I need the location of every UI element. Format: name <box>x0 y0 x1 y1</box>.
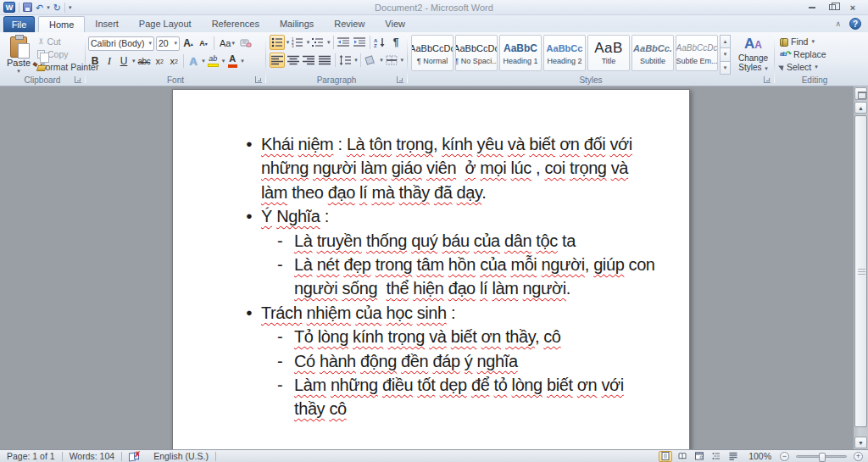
close-button[interactable]: × <box>846 3 860 13</box>
multilevel-dropdown-icon[interactable]: ▾ <box>327 39 331 46</box>
clipboard-dialog-launcher-icon[interactable] <box>75 76 81 83</box>
web-layout-view-button[interactable] <box>693 451 706 462</box>
bullets-button[interactable] <box>270 35 285 50</box>
zoom-out-icon[interactable]: − <box>780 452 789 461</box>
shrink-font-button[interactable]: A▾ <box>197 36 210 51</box>
word-count[interactable]: Words: 104 <box>63 450 122 462</box>
style-item-subtle-em[interactable]: AaBbCcDcSubtle Em... <box>676 35 718 71</box>
underline-dropdown-icon[interactable]: ▾ <box>132 58 136 64</box>
redo-icon[interactable]: ↻ <box>53 3 61 13</box>
font-size-combobox[interactable]: 20▾ <box>156 36 180 51</box>
bullets-dropdown-icon[interactable]: ▾ <box>287 39 290 46</box>
word-logo-icon[interactable]: W <box>3 2 15 13</box>
help-icon[interactable]: ? <box>849 18 861 30</box>
scrollbar-thumb[interactable] <box>854 115 867 427</box>
proofing-status-button[interactable] <box>122 450 147 462</box>
clear-formatting-icon[interactable] <box>238 36 253 51</box>
tab-review[interactable]: Review <box>324 16 375 32</box>
highlight-dropdown-icon[interactable]: ▾ <box>222 58 225 64</box>
styles-dialog-launcher-icon[interactable] <box>764 76 771 83</box>
print-layout-view-button[interactable] <box>659 451 672 462</box>
draft-view-button[interactable] <box>726 451 740 462</box>
shading-dropdown-icon[interactable]: ▾ <box>380 57 383 64</box>
align-right-button[interactable] <box>301 53 316 68</box>
fullscreen-reading-view-button[interactable] <box>676 451 689 462</box>
tab-references[interactable]: References <box>202 16 270 32</box>
ruler-toggle-icon[interactable] <box>854 87 867 100</box>
font-dialog-launcher-icon[interactable] <box>255 76 262 83</box>
restore-button[interactable] <box>826 3 839 13</box>
decrease-indent-button[interactable] <box>336 35 351 50</box>
align-left-button[interactable] <box>270 53 285 68</box>
text-effects-button[interactable]: A <box>186 53 200 69</box>
undo-dropdown-icon[interactable]: ▾ <box>47 4 50 11</box>
style-item-title[interactable]: AaBTitle <box>587 35 630 71</box>
justify-button[interactable] <box>317 53 332 68</box>
minimize-button[interactable] <box>805 3 819 13</box>
multilevel-list-button[interactable] <box>310 35 326 50</box>
collapse-ribbon-icon[interactable]: ∧ <box>835 19 841 28</box>
superscript-button[interactable]: x2 <box>167 53 181 69</box>
gallery-more-icon[interactable]: ▼ <box>720 61 731 75</box>
tab-home[interactable]: Home <box>38 16 85 32</box>
copy-button[interactable]: Copy <box>37 47 85 60</box>
zoom-in-icon[interactable]: + <box>854 452 863 461</box>
show-hide-pilcrow-button[interactable]: ¶ <box>388 35 403 50</box>
page-indicator[interactable]: Page: 1 of 1 <box>0 450 62 462</box>
vertical-scrollbar[interactable]: ▲ ▼ <box>854 86 868 449</box>
gallery-up-icon[interactable]: ▲ <box>720 35 731 48</box>
sort-button[interactable]: AZ <box>373 35 388 50</box>
text-effects-dropdown-icon[interactable]: ▾ <box>202 58 205 64</box>
highlight-color-button[interactable]: ab <box>206 53 220 69</box>
tab-page-layout[interactable]: Page Layout <box>129 16 202 32</box>
style-item-heading-1[interactable]: AaBbCHeading 1 <box>499 35 542 71</box>
zoom-level[interactable]: 100% <box>743 451 776 461</box>
outline-view-button[interactable] <box>709 451 723 462</box>
subscript-button[interactable]: x2 <box>153 53 166 69</box>
font-family-combobox[interactable]: Calibri (Body)▾ <box>88 36 154 51</box>
grow-font-button[interactable]: A▴ <box>181 36 195 51</box>
borders-dropdown-icon[interactable]: ▾ <box>400 57 403 64</box>
paste-button[interactable]: Paste ▾ <box>3 34 35 81</box>
change-styles-button[interactable]: AA Change Styles ▾ <box>733 35 773 82</box>
customize-qat-icon[interactable]: ▾ <box>69 4 72 11</box>
scroll-up-icon[interactable]: ▲ <box>854 102 867 114</box>
change-case-button[interactable]: Aa▾ <box>218 36 236 51</box>
document-text-line: Tỏ lòng kính trọng và biết ơn thầy, cô <box>294 325 644 348</box>
scroll-down-icon[interactable]: ▼ <box>854 437 867 448</box>
find-button[interactable]: Find ▾ <box>780 35 854 47</box>
tab-insert[interactable]: Insert <box>85 16 129 32</box>
italic-button[interactable]: I <box>103 53 116 69</box>
style-item-no-spaci[interactable]: AaBbCcDc¶ No Spaci... <box>455 35 498 71</box>
select-button[interactable]: Select ▾ <box>780 60 854 73</box>
tab-view[interactable]: View <box>375 16 415 32</box>
align-center-button[interactable] <box>286 53 301 68</box>
document-page[interactable]: ●Khái niệm : Là tôn trọng, kính yêu và b… <box>172 89 690 449</box>
increase-indent-button[interactable] <box>352 35 367 50</box>
shading-button[interactable] <box>364 53 379 68</box>
font-color-button[interactable]: A <box>225 53 239 69</box>
strikethrough-button[interactable]: abc <box>136 53 153 69</box>
language-indicator[interactable]: English (U.S.) <box>147 450 215 462</box>
bold-button[interactable]: B <box>88 53 102 69</box>
borders-button[interactable] <box>384 53 399 68</box>
style-item-normal[interactable]: AaBbCcDc¶ Normal <box>411 35 453 71</box>
numbering-button[interactable]: 123 <box>290 35 305 50</box>
underline-button[interactable]: U <box>117 53 131 69</box>
tab-file[interactable]: File <box>3 16 35 32</box>
undo-icon[interactable]: ↶ <box>36 3 43 13</box>
gallery-down-icon[interactable]: ▼ <box>720 47 731 61</box>
zoom-slider-thumb[interactable] <box>819 453 826 462</box>
save-icon[interactable] <box>23 3 32 12</box>
zoom-slider[interactable] <box>796 455 847 458</box>
style-item-heading-2[interactable]: AaBbCcHeading 2 <box>543 35 586 71</box>
line-spacing-dropdown-icon[interactable]: ▾ <box>354 57 358 64</box>
numbering-dropdown-icon[interactable]: ▾ <box>307 39 310 46</box>
line-spacing-button[interactable] <box>338 53 353 68</box>
font-color-dropdown-icon[interactable]: ▾ <box>241 58 244 64</box>
style-item-subtitle[interactable]: AaBbCc.Subtitle <box>632 35 674 71</box>
paragraph-dialog-launcher-icon[interactable] <box>397 76 403 83</box>
cut-button[interactable]: ✂ Cut <box>37 35 85 47</box>
tab-mailings[interactable]: Mailings <box>270 16 324 32</box>
replace-button[interactable]: ab↷ Replace <box>780 47 854 60</box>
